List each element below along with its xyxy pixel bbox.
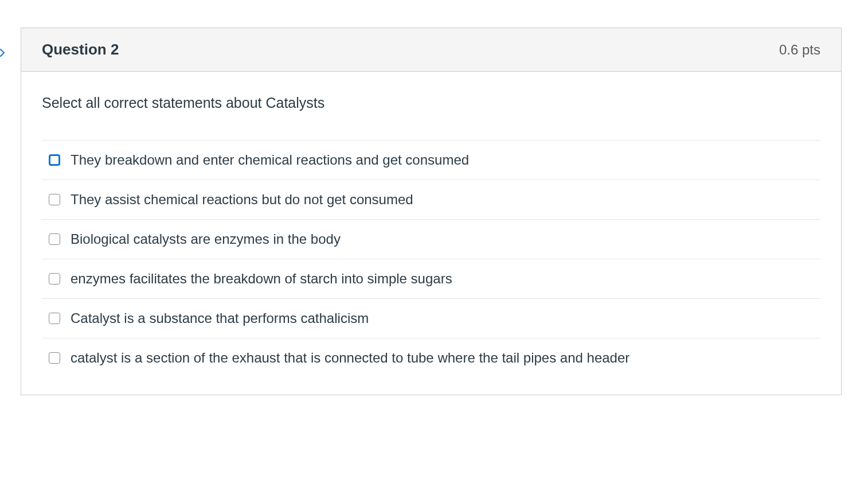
chevron-right-icon (0, 48, 7, 58)
answer-text: enzymes facilitates the breakdown of sta… (71, 271, 452, 287)
question-header: Question 2 0.6 pts (21, 28, 841, 72)
answer-text: Catalyst is a substance that performs ca… (71, 310, 369, 326)
question-title: Question 2 (42, 41, 119, 59)
answer-row[interactable]: enzymes facilitates the breakdown of sta… (42, 259, 820, 299)
answer-list: They breakdown and enter chemical reacti… (42, 140, 820, 377)
answer-row[interactable]: catalyst is a section of the exhaust tha… (42, 338, 820, 377)
answer-row[interactable]: They breakdown and enter chemical reacti… (42, 141, 820, 180)
next-question-indicator[interactable] (0, 46, 9, 60)
answer-checkbox[interactable] (49, 233, 60, 245)
answer-text: They assist chemical reactions but do no… (71, 192, 413, 208)
answer-checkbox[interactable] (49, 194, 60, 205)
answer-checkbox[interactable] (49, 273, 60, 285)
question-prompt: Select all correct statements about Cata… (42, 95, 820, 111)
answer-text: Biological catalysts are enzymes in the … (71, 231, 341, 247)
question-card: Question 2 0.6 pts Select all correct st… (21, 28, 842, 395)
answer-row[interactable]: They assist chemical reactions but do no… (42, 180, 820, 220)
question-points: 0.6 pts (779, 42, 820, 58)
answer-checkbox[interactable] (49, 154, 60, 166)
answer-row[interactable]: Biological catalysts are enzymes in the … (42, 220, 820, 259)
answer-checkbox[interactable] (49, 313, 60, 324)
answer-text: catalyst is a section of the exhaust tha… (71, 350, 630, 366)
question-body: Select all correct statements about Cata… (21, 72, 841, 395)
answer-text: They breakdown and enter chemical reacti… (71, 152, 469, 168)
answer-checkbox[interactable] (49, 352, 60, 364)
answer-row[interactable]: Catalyst is a substance that performs ca… (42, 299, 820, 338)
